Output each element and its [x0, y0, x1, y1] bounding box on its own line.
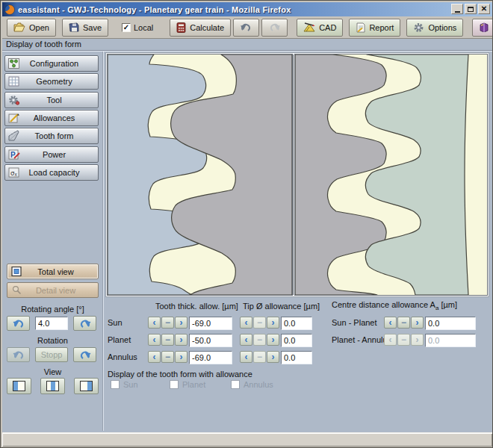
status-bar	[2, 432, 492, 447]
sidebar-item-geometry[interactable]: Geometry	[4, 73, 99, 90]
planet-annulus-mesh-view[interactable]	[295, 55, 487, 295]
chevron-right-icon: ›	[180, 335, 183, 344]
planet-annulus-centre-input[interactable]	[425, 334, 476, 347]
tool-gear-icon	[7, 94, 21, 106]
planet-tooth-thick-reset-button[interactable]: −	[161, 334, 174, 346]
report-document-icon	[356, 22, 365, 33]
sun-tooth-thick-reset-button[interactable]: −	[161, 317, 174, 329]
content-area: Display of tooth form Configuration	[2, 39, 492, 432]
row-label-annulus: Annulus	[108, 352, 137, 361]
planet-checkbox[interactable]	[170, 380, 179, 389]
open-button[interactable]: Open	[7, 19, 56, 37]
planet-tooth-thick-input[interactable]	[189, 334, 232, 347]
minus-icon: −	[257, 335, 262, 344]
annulus-tooth-thick-decrease-button[interactable]: ‹	[148, 351, 161, 363]
planet-tooth-thick-decrease-button[interactable]: ‹	[148, 334, 161, 346]
allowance-checkbox-sun[interactable]: Sun	[111, 380, 138, 389]
report-button[interactable]: Report	[349, 19, 400, 37]
rotation-stop-button[interactable]: Stopp	[35, 347, 68, 362]
annulus-tooth-thick-increase-button[interactable]: ›	[175, 351, 187, 363]
planet-tip-reset-button[interactable]: −	[253, 334, 266, 346]
row-label-planet-annulus: Planet - Annulus	[332, 335, 391, 344]
undo-icon	[240, 22, 252, 32]
sun-planet-centre-reset-button[interactable]: −	[397, 317, 410, 329]
sidebar-item-tooth-form[interactable]: Tooth form	[4, 128, 99, 144]
redo-button[interactable]	[261, 19, 288, 37]
maximize-button[interactable]	[465, 4, 477, 14]
planet-tip-decrease-button[interactable]: ‹	[240, 334, 252, 346]
tooth-form-icon	[7, 130, 21, 142]
sidebar-item-label: Tool	[21, 96, 98, 105]
planet-tooth-thick-increase-button[interactable]: ›	[175, 334, 187, 346]
minus-icon: −	[165, 335, 170, 344]
firefox-icon	[4, 4, 15, 15]
chevron-right-icon: ›	[180, 352, 183, 361]
sun-tip-input[interactable]	[281, 317, 312, 330]
annulus-tip-decrease-button[interactable]: ‹	[240, 351, 252, 363]
panel-divider	[292, 55, 295, 295]
view-right-button[interactable]	[74, 378, 99, 394]
sidebar-item-tool[interactable]: Tool	[4, 92, 99, 108]
rotation-ccw-button[interactable]	[7, 347, 30, 362]
sun-planet-centre-decrease-button[interactable]: ‹	[384, 317, 397, 329]
rotating-angle-input[interactable]	[35, 317, 68, 330]
rotate-cw-icon	[78, 349, 92, 360]
undo-button[interactable]	[233, 19, 259, 37]
rotate-ccw-step-button[interactable]	[7, 316, 30, 331]
sun-tip-increase-button[interactable]: ›	[267, 317, 279, 329]
sun-tip-decrease-button[interactable]: ‹	[240, 317, 252, 329]
planet-tip-input[interactable]	[281, 334, 312, 347]
rotation-cw-button[interactable]	[73, 347, 96, 362]
view-both-button[interactable]	[40, 378, 65, 394]
sun-tooth-thick-increase-button[interactable]: ›	[175, 317, 187, 329]
sun-tip-reset-button[interactable]: −	[253, 317, 266, 329]
sun-planet-mesh-view[interactable]	[108, 55, 292, 295]
sun-tooth-thick-input[interactable]	[189, 317, 232, 330]
cad-button[interactable]: CAD	[297, 19, 343, 37]
view-left-button[interactable]	[7, 378, 31, 394]
chevron-right-icon: ›	[272, 318, 275, 327]
allowance-checkbox-annulus[interactable]: Annulus	[231, 380, 273, 389]
sidebar-item-load-capacity[interactable]: σ x Load capacity	[4, 164, 99, 181]
rotate-cw-step-button[interactable]	[73, 316, 96, 331]
close-button[interactable]: ✕	[478, 4, 490, 14]
local-checkbox-group[interactable]: ✓ Local	[122, 23, 153, 32]
centre-header-unit: [µm]	[438, 300, 457, 309]
allowance-checkbox-planet[interactable]: Planet	[170, 380, 205, 389]
minus-icon: −	[401, 335, 406, 344]
detail-view-button[interactable]: Detail view	[7, 282, 99, 298]
local-checkbox[interactable]: ✓	[122, 23, 131, 32]
sun-checkbox[interactable]	[111, 380, 120, 389]
total-view-icon	[11, 267, 22, 276]
sidebar-item-configuration[interactable]: Configuration	[4, 55, 99, 72]
total-view-button[interactable]: Total view	[7, 264, 99, 279]
save-floppy-icon	[69, 22, 79, 32]
chevron-right-icon: ›	[272, 335, 275, 344]
annulus-tip-reset-button[interactable]: −	[253, 351, 266, 363]
save-button[interactable]: Save	[62, 19, 108, 37]
tip-allowance-header: Tip Ø allowance [µm]	[243, 302, 320, 311]
calculate-button[interactable]: Calculate	[170, 19, 231, 37]
annulus-tooth-thick-reset-button[interactable]: −	[161, 351, 174, 363]
planet-annulus-centre-decrease-button[interactable]: ‹	[384, 334, 397, 346]
title-bar: eassistant - GWJ-Technology - Planetary …	[2, 2, 492, 16]
annulus-checkbox[interactable]	[231, 380, 240, 389]
sidebar-item-allowances[interactable]: Allowances	[4, 110, 99, 126]
options-button[interactable]: Options	[406, 19, 463, 37]
planet-checkbox-label: Planet	[182, 380, 205, 389]
help-button[interactable]: Help	[472, 19, 493, 37]
planet-annulus-centre-reset-button[interactable]: −	[397, 334, 410, 346]
minus-icon: −	[165, 352, 170, 361]
sun-planet-centre-input[interactable]	[425, 317, 476, 330]
annulus-tip-input[interactable]	[281, 351, 312, 364]
rotate-ccw-icon	[12, 349, 25, 360]
sun-planet-centre-increase-button[interactable]: ›	[411, 317, 424, 329]
annulus-tooth-thick-input[interactable]	[189, 351, 232, 364]
planet-tip-increase-button[interactable]: ›	[267, 334, 279, 346]
annulus-tip-increase-button[interactable]: ›	[267, 351, 279, 363]
power-icon: P	[7, 149, 21, 161]
sun-tooth-thick-decrease-button[interactable]: ‹	[148, 317, 161, 329]
planet-annulus-centre-increase-button[interactable]: ›	[411, 334, 424, 346]
minimize-button[interactable]	[451, 4, 463, 14]
sidebar-item-power[interactable]: P Power	[4, 146, 99, 163]
